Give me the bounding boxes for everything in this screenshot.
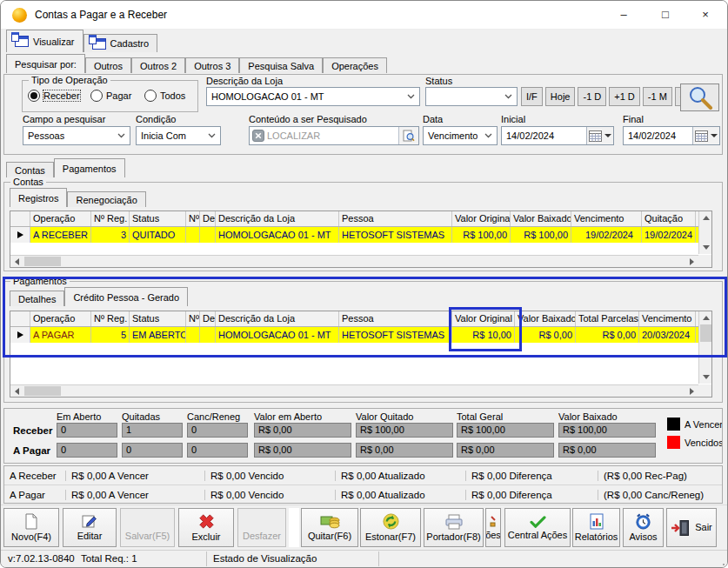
tab-detalhes[interactable]: Detalhes [10,291,64,306]
tab-operacoes[interactable]: Operações [323,57,387,73]
column-header[interactable]: Nº [186,211,200,226]
column-header[interactable]: De [200,211,216,226]
sair-button[interactable]: Sair [666,508,717,547]
scrollbar-thumb[interactable] [24,257,61,266]
totals-header: Em Aberto [57,411,101,422]
portador-button[interactable]: Portador(F8) [424,508,484,547]
condicao-label: Condição [136,114,176,124]
contas-vertical-scrollbar[interactable] [698,211,711,254]
tab-contas[interactable]: Contas [6,162,54,177]
column-header[interactable]: Valor Baixado [511,211,571,226]
column-header-valor-original[interactable]: Valor Original [452,311,515,326]
tab-credito-pessoa-gerado[interactable]: Crédito Pessoa - Gerado [64,287,188,306]
tab-registros[interactable]: Registros [10,188,67,207]
pagamentos-vertical-scrollbar[interactable] [698,311,711,384]
column-header[interactable]: Vencimento [639,311,696,326]
column-header-marker[interactable] [10,311,30,326]
oes-clipped-button[interactable]: ões [485,508,501,547]
column-header[interactable]: Operação [30,211,91,226]
contas-grid-row[interactable]: A RECEBER 3 QUITADO HOMOLOGACAO 01 - MT … [10,227,711,243]
minus-1m-button[interactable]: -1 M [643,87,672,106]
close-button[interactable]: × [685,1,725,28]
search-button[interactable] [680,84,719,111]
scrollbar-thumb[interactable] [24,386,61,396]
tab-renegociacao[interactable]: Renegociação [67,191,145,207]
scroll-up-icon[interactable] [699,211,712,224]
condicao-select[interactable]: Inicia Com [136,126,221,145]
column-header[interactable]: Total Parcelas [576,311,639,326]
plus-1d-button[interactable]: +1 D [609,87,640,106]
pagamentos-horizontal-scrollbar[interactable] [10,384,698,397]
scroll-left-icon[interactable] [10,256,23,267]
row-marker-icon [17,331,23,338]
scroll-up-icon[interactable] [699,311,712,324]
scroll-down-icon[interactable] [699,241,712,254]
relatorios-button[interactable]: Relatórios [572,508,620,547]
column-header[interactable]: Descrição da Loja [216,211,339,226]
column-header[interactable]: Valor Original [452,211,511,226]
novo-button[interactable]: Novo(F4) [3,508,59,547]
apagar-em-aberto: 0 [57,443,117,458]
column-header[interactable]: Status [130,311,186,326]
scroll-left-icon[interactable] [10,385,23,397]
contas-horizontal-scrollbar[interactable] [10,255,698,267]
radio-todos[interactable]: Todos [144,90,185,102]
excluir-button[interactable]: Excluir [178,508,234,547]
tab-pesquisar-por[interactable]: Pesquisar por: [6,54,85,73]
editar-button[interactable]: Editar [63,508,117,547]
localizar-search-button[interactable] [398,127,418,144]
data-select[interactable]: Vencimento [423,126,498,145]
scroll-right-icon[interactable] [685,256,698,267]
desfazer-button[interactable]: Desfazer [237,508,286,547]
column-header[interactable]: Nº Reg. [91,311,130,326]
column-header[interactable]: Pessoa [339,211,452,226]
status-select[interactable] [425,87,518,106]
central-acoes-button[interactable]: Central Ações [504,508,571,547]
tab-pagamentos[interactable]: Pagamentos [54,158,125,177]
column-header[interactable]: Nº [186,311,200,326]
hoje-button[interactable]: Hoje [545,87,576,106]
column-header[interactable]: Descrição da Loja [216,311,339,326]
pagamentos-grid-row[interactable]: A PAGAR 5 EM ABERTO HOMOLOGACAO 01 - MT … [10,327,711,343]
final-date-field[interactable]: 14/02/2024 [623,126,720,145]
clipped-pencil-icon [490,516,497,528]
estornar-button[interactable]: Estonar(F7) [360,508,421,547]
conteudo-field[interactable] [249,126,419,145]
campo-select[interactable]: Pessoas [23,126,130,145]
inicial-date-field[interactable]: 14/02/2024 [501,126,614,145]
column-header[interactable]: Nº Reg. [91,211,130,226]
magnifier-doc-icon [403,130,415,142]
scroll-down-icon[interactable] [699,371,712,384]
column-header[interactable]: Quitação [642,211,696,226]
column-header[interactable]: Valor Baixado [515,311,576,326]
scrollbar-thumb[interactable] [700,324,711,342]
avisos-button[interactable]: Avisos [623,508,664,547]
tab-outros-3[interactable]: Outros 3 [185,57,239,73]
tab-cadastro[interactable]: Cadastro [83,34,158,52]
scroll-right-icon[interactable] [685,385,698,397]
conteudo-input[interactable] [264,130,398,141]
minimize-button[interactable]: – [604,1,644,28]
tab-visualizar[interactable]: Visualizar [6,30,83,52]
if-button[interactable]: I/F [521,87,543,106]
minus-1d-button[interactable]: -1 D [578,87,606,106]
calendar-picker-button[interactable] [692,127,719,144]
radio-pagar[interactable]: Pagar [90,90,144,102]
column-header[interactable]: Status [130,211,186,226]
maximize-button[interactable]: □ [645,1,685,28]
column-header-marker[interactable] [10,211,30,226]
clear-x-icon[interactable] [252,130,264,142]
column-header[interactable]: Pessoa [339,311,452,326]
column-header[interactable]: De [200,311,216,326]
loja-select[interactable]: HOMOLOGACAO 01 - MT [206,87,420,106]
salvar-button[interactable]: Salvar(F5) [120,508,175,547]
tab-outros[interactable]: Outros [85,57,131,73]
quitar-button[interactable]: Quitar(F6) [301,508,358,547]
tab-outros-2[interactable]: Outros 2 [131,57,185,73]
column-header[interactable]: Vencimento [571,211,642,226]
column-header[interactable]: Operação [30,311,91,326]
tab-pesquisa-salva[interactable]: Pesquisa Salva [239,57,323,73]
radio-receber[interactable]: Receber [28,90,90,102]
calendar-picker-button[interactable] [586,127,613,144]
resize-grip[interactable] [723,564,725,565]
